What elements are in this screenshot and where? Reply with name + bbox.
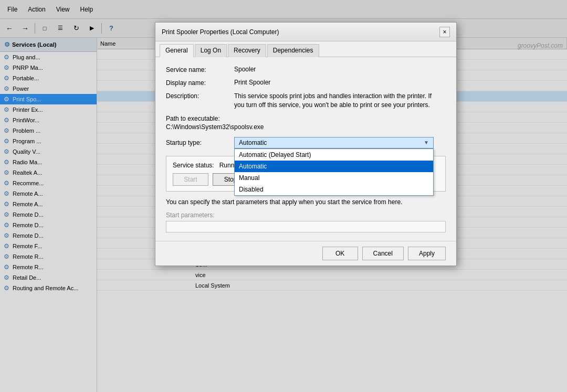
description-label: Description: <box>166 92 234 100</box>
cancel-button[interactable]: Cancel <box>362 247 404 260</box>
dropdown-item-manual[interactable]: Manual <box>235 172 433 184</box>
display-name-row: Display name: Print Spooler <box>166 79 446 87</box>
path-row: Path to executable: C:\Windows\System32\… <box>166 115 446 131</box>
service-name-label: Service name: <box>166 66 234 73</box>
path-value: C:\Windows\System32\spoolsv.exe <box>166 123 446 131</box>
dialog-tabs: General Log On Recovery Dependencies <box>155 41 456 57</box>
dropdown-item-automatic[interactable]: Automatic <box>235 161 433 172</box>
modal-overlay: Print Spooler Properties (Local Computer… <box>0 0 567 392</box>
tab-logon[interactable]: Log On <box>195 44 227 57</box>
dialog-body: Service name: Spooler Display name: Prin… <box>155 57 456 241</box>
display-name-label: Display name: <box>166 79 234 87</box>
service-name-value: Spooler <box>234 66 256 73</box>
dialog-titlebar: Print Spooler Properties (Local Computer… <box>155 23 456 41</box>
dialog-footer: OK Cancel Apply <box>155 241 456 266</box>
ok-button[interactable]: OK <box>322 247 358 260</box>
startup-type-row: Startup type: Automatic ▼ Automatic (Del… <box>166 137 446 149</box>
dropdown-menu: Automatic (Delayed Start) Automatic Manu… <box>234 149 434 196</box>
dropdown-item-disabled[interactable]: Disabled <box>235 184 433 195</box>
service-name-row: Service name: Spooler <box>166 66 446 73</box>
description-value: This service spools print jobs and handl… <box>234 92 434 110</box>
start-button[interactable]: Start <box>173 173 208 186</box>
dropdown-trigger[interactable]: Automatic ▼ <box>234 137 434 149</box>
dialog-close-button[interactable]: × <box>439 27 450 37</box>
display-name-value: Print Spooler <box>234 79 270 86</box>
path-label: Path to executable: <box>166 115 446 122</box>
startup-type-dropdown[interactable]: Automatic ▼ Automatic (Delayed Start) Au… <box>234 137 434 149</box>
hint-text: You can specify the start parameters tha… <box>166 198 446 207</box>
dropdown-selected-value: Automatic <box>239 139 267 146</box>
service-status-label: Service status: <box>173 162 214 169</box>
tab-general[interactable]: General <box>160 44 194 57</box>
start-params-label: Start parameters: <box>166 211 446 219</box>
apply-button[interactable]: Apply <box>408 247 446 260</box>
chevron-down-icon: ▼ <box>424 140 429 145</box>
dropdown-item-delayed[interactable]: Automatic (Delayed Start) <box>235 149 433 161</box>
tab-recovery[interactable]: Recovery <box>228 44 266 57</box>
dialog-title: Print Spooler Properties (Local Computer… <box>162 28 279 36</box>
tab-dependencies[interactable]: Dependencies <box>267 44 319 57</box>
startup-type-label: Startup type: <box>166 139 234 146</box>
description-row: Description: This service spools print j… <box>166 92 446 110</box>
start-params-input[interactable] <box>166 221 446 232</box>
properties-dialog: Print Spooler Properties (Local Computer… <box>155 22 457 266</box>
